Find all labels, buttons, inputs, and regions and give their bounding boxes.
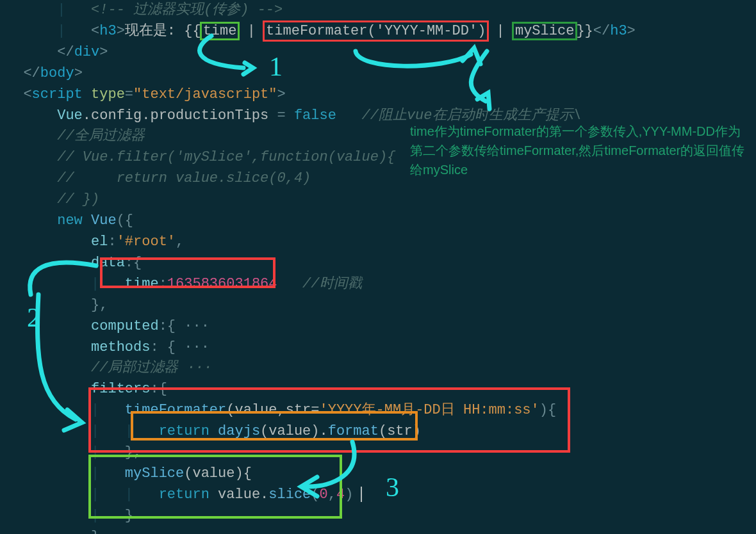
code-line: </div> — [6, 44, 108, 60]
text-cursor — [361, 487, 362, 502]
code-line: data:{ — [6, 255, 142, 271]
code-line: Vue.config.productionTips = false //阻止vu… — [6, 108, 582, 124]
code-line: </body> — [6, 65, 83, 81]
code-line: //全局过滤器 — [6, 128, 145, 144]
code-line: new Vue({ — [6, 213, 133, 229]
code-line: //局部过滤器 ··· — [6, 360, 212, 376]
code-line: filters:{ — [6, 381, 167, 397]
code-line-timeFormater: | timeFormater(value,str='YYYY年-MM月-DD日 … — [6, 402, 556, 418]
code-line-methods[interactable]: methods: { ··· — [6, 339, 210, 355]
code-line-h3: | <h3>现在是: {{time | timeFormater('YYYY-M… — [6, 22, 636, 40]
code-line: // }) — [6, 191, 99, 207]
code-line: el:'#root', — [6, 234, 184, 250]
code-line: <script type="text/javascript"> — [6, 86, 286, 102]
token-timeFormater-call: timeFormater('YYYY-MM-DD') — [264, 22, 488, 40]
code-line: | } — [6, 508, 133, 524]
code-editor[interactable]: | <!-- 过滤器实现(传参) --> | <h3>现在是: {{time |… — [0, 0, 756, 534]
code-line: | <!-- 过滤器实现(传参) --> — [6, 2, 283, 18]
code-line-mySlice: | mySlice(value){ — [6, 465, 252, 481]
code-line: | | return dayjs(value).format(str) — [6, 423, 421, 439]
code-line-slice: | | return value.slice(0,4) — [6, 487, 362, 503]
code-line-computed[interactable]: computed:{ ··· — [6, 318, 210, 334]
token-time: time — [201, 23, 239, 39]
token-mySlice: mySlice — [513, 23, 576, 39]
code-line: | }, — [6, 444, 142, 460]
code-line-time: | time:1635836031864 //时间戳 — [6, 276, 362, 292]
code-line: }, — [6, 297, 108, 313]
code-line: // return value.slice(0,4) — [6, 170, 311, 186]
code-line: // Vue.filter('mySlice',function(value){ — [6, 149, 395, 165]
code-line: } — [6, 529, 99, 534]
